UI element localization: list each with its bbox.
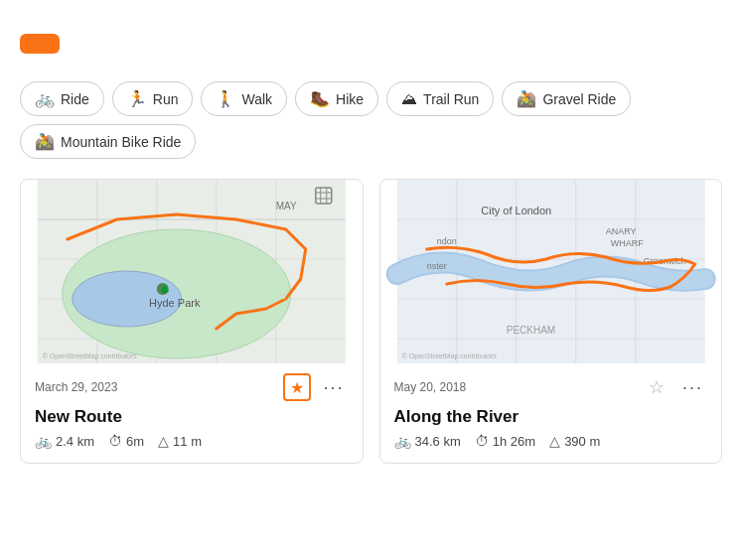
filter-tab-hike[interactable]: 🥾Hike [295, 81, 378, 116]
filter-tabs: 🚲Ride🏃Run🚶Walk🥾Hike⛰Trail Run🚵Gravel Rid… [0, 70, 742, 179]
svg-text:Hyde Park: Hyde Park [149, 297, 201, 309]
route-card-route-1: Hyde Park 🌲 MAY © OpenStreetMap contribu… [20, 179, 364, 464]
svg-text:PECKHAM: PECKHAM [506, 325, 554, 336]
elevation-icon: △ [158, 433, 169, 449]
svg-text:🌲: 🌲 [160, 284, 170, 294]
clock-icon: ⏱ [475, 433, 489, 449]
star-button-route-2[interactable]: ☆ [643, 373, 670, 401]
more-button-route-2[interactable]: ··· [678, 377, 707, 398]
route-actions-route-2: ☆ ··· [643, 373, 707, 401]
route-map-route-1[interactable]: Hyde Park 🌲 MAY © OpenStreetMap contribu… [21, 180, 363, 363]
filter-tab-trail-run[interactable]: ⛰Trail Run [386, 81, 494, 116]
route-card-route-2: City of London ndon nster ANARY WHARF Gr… [379, 179, 723, 464]
run-icon: 🏃 [127, 89, 147, 108]
route-name-route-1: New Route [35, 407, 349, 427]
trail-run-icon: ⛰ [401, 90, 417, 108]
hike-icon: 🥾 [310, 89, 330, 108]
filter-tab-mountain-bike-ride[interactable]: 🚵Mountain Bike Ride [20, 124, 196, 159]
route-date-route-1: March 29, 2023 [35, 380, 117, 394]
ride-icon: 🚲 [35, 89, 55, 108]
svg-text:ANARY: ANARY [605, 226, 636, 236]
route-name-route-2: Along the River [394, 407, 708, 427]
svg-text:© OpenStreetMap contributors: © OpenStreetMap contributors [43, 352, 138, 360]
bike-icon: 🚲 [35, 433, 52, 449]
route-actions-route-1: ★ ··· [283, 373, 348, 401]
walk-icon: 🚶 [216, 89, 235, 108]
svg-text:ndon: ndon [436, 236, 456, 246]
route-date-route-2: May 20, 2018 [394, 380, 467, 394]
svg-text:© OpenStreetMap contributors: © OpenStreetMap contributors [401, 352, 497, 360]
filter-tab-walk[interactable]: 🚶Walk [201, 81, 287, 116]
route-map-route-2[interactable]: City of London ndon nster ANARY WHARF Gr… [380, 180, 722, 363]
svg-text:City of London: City of London [481, 205, 551, 216]
more-button-route-1[interactable]: ··· [319, 377, 348, 398]
clock-icon: ⏱ [108, 433, 122, 449]
route-stats-route-1: 🚲 2.4 km ⏱ 6m △ 11 m [35, 433, 349, 449]
svg-text:MAY: MAY [276, 201, 297, 211]
create-new-route-button[interactable] [20, 34, 60, 54]
routes-grid: Hyde Park 🌲 MAY © OpenStreetMap contribu… [0, 179, 742, 484]
mountain-bike-ride-icon: 🚵 [35, 132, 55, 151]
svg-text:nster: nster [426, 261, 446, 271]
svg-text:WHARF: WHARF [610, 238, 643, 248]
filter-tab-ride[interactable]: 🚲Ride [20, 81, 104, 116]
elevation-icon: △ [549, 433, 560, 449]
gravel-ride-icon: 🚵 [517, 89, 536, 108]
bike-icon: 🚲 [394, 433, 411, 449]
filter-tab-run[interactable]: 🏃Run [112, 81, 194, 116]
route-stats-route-2: 🚲 34.6 km ⏱ 1h 26m △ 390 m [394, 433, 708, 449]
filter-tab-gravel-ride[interactable]: 🚵Gravel Ride [502, 81, 631, 116]
star-button-route-1[interactable]: ★ [283, 373, 311, 401]
